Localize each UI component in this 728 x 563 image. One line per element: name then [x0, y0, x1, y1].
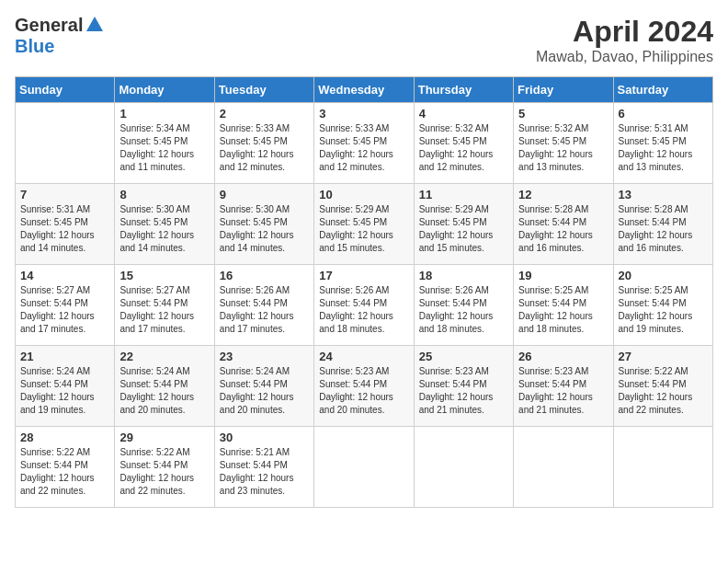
- header: General Blue April 2024 Mawab, Davao, Ph…: [15, 15, 713, 65]
- day-number: 11: [419, 188, 508, 201]
- calendar-cell: [414, 427, 513, 508]
- calendar-cell: 27Sunrise: 5:22 AM Sunset: 5:44 PM Dayli…: [613, 346, 712, 427]
- week-row-1: 1Sunrise: 5:34 AM Sunset: 5:45 PM Daylig…: [16, 103, 713, 184]
- day-number: 29: [119, 431, 209, 444]
- calendar-cell: 23Sunrise: 5:24 AM Sunset: 5:44 PM Dayli…: [214, 346, 313, 427]
- weekday-header-thursday: Thursday: [414, 77, 513, 103]
- day-info: Sunrise: 5:23 AM Sunset: 5:44 PM Dayligh…: [518, 365, 608, 417]
- title-area: April 2024 Mawab, Davao, Philippines: [536, 15, 713, 65]
- day-info: Sunrise: 5:27 AM Sunset: 5:44 PM Dayligh…: [20, 284, 109, 336]
- day-number: 10: [319, 188, 408, 201]
- day-number: 22: [119, 350, 209, 363]
- day-info: Sunrise: 5:33 AM Sunset: 5:45 PM Dayligh…: [319, 122, 408, 174]
- calendar-cell: 28Sunrise: 5:22 AM Sunset: 5:44 PM Dayli…: [16, 427, 115, 508]
- calendar-cell: 15Sunrise: 5:27 AM Sunset: 5:44 PM Dayli…: [115, 265, 214, 346]
- logo-blue-text: Blue: [15, 36, 54, 56]
- calendar-cell: 6Sunrise: 5:31 AM Sunset: 5:45 PM Daylig…: [613, 103, 712, 184]
- day-number: 20: [619, 269, 708, 282]
- day-number: 14: [20, 269, 109, 282]
- day-info: Sunrise: 5:24 AM Sunset: 5:44 PM Dayligh…: [20, 365, 109, 417]
- calendar-cell: 16Sunrise: 5:26 AM Sunset: 5:44 PM Dayli…: [214, 265, 313, 346]
- day-info: Sunrise: 5:22 AM Sunset: 5:44 PM Dayligh…: [119, 446, 209, 498]
- day-number: 6: [619, 107, 708, 121]
- calendar-cell: 4Sunrise: 5:32 AM Sunset: 5:45 PM Daylig…: [414, 103, 513, 184]
- day-number: 16: [220, 269, 309, 282]
- week-row-2: 7Sunrise: 5:31 AM Sunset: 5:45 PM Daylig…: [16, 184, 713, 265]
- day-info: Sunrise: 5:32 AM Sunset: 5:45 PM Dayligh…: [518, 122, 608, 174]
- day-info: Sunrise: 5:26 AM Sunset: 5:44 PM Dayligh…: [319, 284, 408, 336]
- weekday-header-tuesday: Tuesday: [214, 77, 313, 103]
- calendar-cell: 2Sunrise: 5:33 AM Sunset: 5:45 PM Daylig…: [214, 103, 313, 184]
- calendar-cell: 24Sunrise: 5:23 AM Sunset: 5:44 PM Dayli…: [314, 346, 414, 427]
- calendar-cell: [514, 427, 613, 508]
- calendar-cell: 5Sunrise: 5:32 AM Sunset: 5:45 PM Daylig…: [514, 103, 613, 184]
- day-info: Sunrise: 5:34 AM Sunset: 5:45 PM Dayligh…: [119, 122, 209, 174]
- month-title: April 2024: [536, 15, 713, 49]
- day-info: Sunrise: 5:25 AM Sunset: 5:44 PM Dayligh…: [619, 284, 708, 336]
- calendar-cell: [16, 103, 115, 184]
- location-title: Mawab, Davao, Philippines: [536, 49, 713, 65]
- calendar-cell: 7Sunrise: 5:31 AM Sunset: 5:45 PM Daylig…: [16, 184, 115, 265]
- day-number: 7: [20, 188, 109, 201]
- calendar-cell: 3Sunrise: 5:33 AM Sunset: 5:45 PM Daylig…: [314, 103, 414, 184]
- calendar-cell: 26Sunrise: 5:23 AM Sunset: 5:44 PM Dayli…: [514, 346, 613, 427]
- calendar-cell: 11Sunrise: 5:29 AM Sunset: 5:45 PM Dayli…: [414, 184, 513, 265]
- calendar-cell: 18Sunrise: 5:26 AM Sunset: 5:44 PM Dayli…: [414, 265, 513, 346]
- day-number: 26: [518, 350, 608, 363]
- calendar-cell: 1Sunrise: 5:34 AM Sunset: 5:45 PM Daylig…: [115, 103, 214, 184]
- weekday-header-saturday: Saturday: [613, 77, 712, 103]
- day-info: Sunrise: 5:27 AM Sunset: 5:44 PM Dayligh…: [119, 284, 209, 336]
- day-number: 13: [619, 188, 708, 201]
- day-info: Sunrise: 5:25 AM Sunset: 5:44 PM Dayligh…: [518, 284, 608, 336]
- calendar-cell: 14Sunrise: 5:27 AM Sunset: 5:44 PM Dayli…: [16, 265, 115, 346]
- day-info: Sunrise: 5:26 AM Sunset: 5:44 PM Dayligh…: [220, 284, 309, 336]
- weekday-header-monday: Monday: [115, 77, 214, 103]
- day-number: 9: [220, 188, 309, 201]
- day-number: 25: [419, 350, 508, 363]
- calendar-cell: 30Sunrise: 5:21 AM Sunset: 5:44 PM Dayli…: [214, 427, 313, 508]
- logo-icon: [85, 15, 105, 35]
- day-number: 24: [319, 350, 408, 363]
- calendar-cell: 25Sunrise: 5:23 AM Sunset: 5:44 PM Dayli…: [414, 346, 513, 427]
- day-number: 19: [518, 269, 608, 282]
- calendar-cell: 10Sunrise: 5:29 AM Sunset: 5:45 PM Dayli…: [314, 184, 414, 265]
- day-info: Sunrise: 5:31 AM Sunset: 5:45 PM Dayligh…: [619, 122, 708, 174]
- calendar-cell: 17Sunrise: 5:26 AM Sunset: 5:44 PM Dayli…: [314, 265, 414, 346]
- day-info: Sunrise: 5:32 AM Sunset: 5:45 PM Dayligh…: [419, 122, 508, 174]
- calendar-cell: 29Sunrise: 5:22 AM Sunset: 5:44 PM Dayli…: [115, 427, 214, 508]
- calendar-cell: 8Sunrise: 5:30 AM Sunset: 5:45 PM Daylig…: [115, 184, 214, 265]
- day-info: Sunrise: 5:31 AM Sunset: 5:45 PM Dayligh…: [20, 203, 109, 255]
- day-info: Sunrise: 5:21 AM Sunset: 5:44 PM Dayligh…: [220, 446, 309, 498]
- day-number: 2: [220, 107, 309, 121]
- week-row-3: 14Sunrise: 5:27 AM Sunset: 5:44 PM Dayli…: [16, 265, 713, 346]
- calendar-cell: 19Sunrise: 5:25 AM Sunset: 5:44 PM Dayli…: [514, 265, 613, 346]
- day-number: 18: [419, 269, 508, 282]
- day-number: 27: [619, 350, 708, 363]
- calendar-cell: [613, 427, 712, 508]
- day-number: 21: [20, 350, 109, 363]
- day-info: Sunrise: 5:23 AM Sunset: 5:44 PM Dayligh…: [319, 365, 408, 417]
- day-number: 17: [319, 269, 408, 282]
- calendar-cell: 22Sunrise: 5:24 AM Sunset: 5:44 PM Dayli…: [115, 346, 214, 427]
- calendar-cell: 21Sunrise: 5:24 AM Sunset: 5:44 PM Dayli…: [16, 346, 115, 427]
- day-info: Sunrise: 5:28 AM Sunset: 5:44 PM Dayligh…: [619, 203, 708, 255]
- day-number: 12: [518, 188, 608, 201]
- day-info: Sunrise: 5:22 AM Sunset: 5:44 PM Dayligh…: [20, 446, 109, 498]
- day-info: Sunrise: 5:24 AM Sunset: 5:44 PM Dayligh…: [220, 365, 309, 417]
- weekday-header-row: SundayMondayTuesdayWednesdayThursdayFrid…: [16, 77, 713, 103]
- day-number: 1: [119, 107, 209, 121]
- calendar-cell: [314, 427, 414, 508]
- day-info: Sunrise: 5:33 AM Sunset: 5:45 PM Dayligh…: [220, 122, 309, 174]
- day-info: Sunrise: 5:29 AM Sunset: 5:45 PM Dayligh…: [419, 203, 508, 255]
- day-number: 23: [220, 350, 309, 363]
- calendar-cell: 13Sunrise: 5:28 AM Sunset: 5:44 PM Dayli…: [613, 184, 712, 265]
- day-number: 8: [119, 188, 209, 201]
- svg-marker-0: [86, 17, 103, 31]
- calendar-cell: 9Sunrise: 5:30 AM Sunset: 5:45 PM Daylig…: [214, 184, 313, 265]
- day-info: Sunrise: 5:30 AM Sunset: 5:45 PM Dayligh…: [220, 203, 309, 255]
- day-info: Sunrise: 5:30 AM Sunset: 5:45 PM Dayligh…: [119, 203, 209, 255]
- day-number: 3: [319, 107, 408, 121]
- logo-general-text: General: [15, 15, 83, 36]
- day-number: 28: [20, 431, 109, 444]
- day-number: 30: [220, 431, 309, 444]
